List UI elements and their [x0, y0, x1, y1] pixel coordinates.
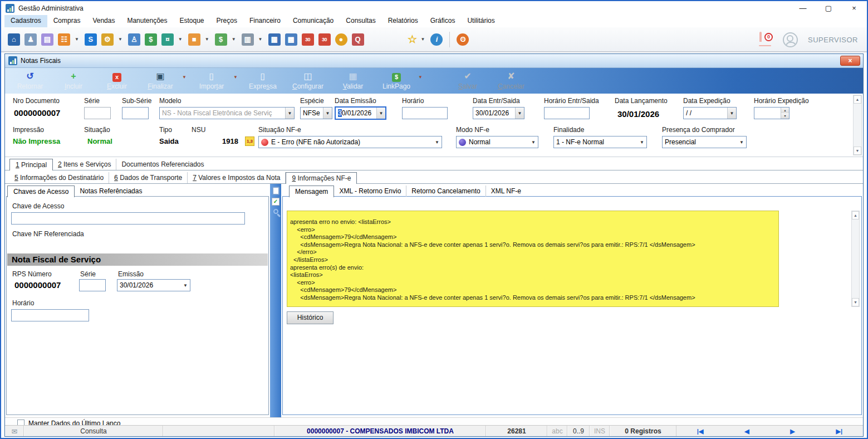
tab-informacoes-nfe[interactable]: 9 Informações NF-e [286, 172, 357, 184]
folder-icon[interactable]: ■ [188, 33, 200, 46]
chevron-down-icon[interactable]: ▼ [205, 37, 209, 42]
chave-acesso-input[interactable] [11, 212, 245, 225]
notifications-bell-icon[interactable]: 0 [759, 33, 773, 47]
chevron-down-icon[interactable]: ▼ [75, 37, 79, 42]
menu-graficos[interactable]: Gráficos [424, 15, 462, 27]
serie-input[interactable] [84, 107, 111, 119]
horario-expedicao-stepper[interactable]: ▴▾ [754, 107, 789, 119]
info-icon[interactable]: i [430, 33, 443, 46]
finalizar-button[interactable]: ▣ Finalizar [139, 70, 182, 91]
menu-financeiro[interactable]: Financeiro [243, 15, 287, 27]
nav-next-icon[interactable]: ▶ [790, 428, 795, 436]
tab-mensagem[interactable]: Mensagem [289, 186, 334, 197]
user-avatar-icon[interactable] [783, 32, 798, 47]
nsu-numbers-icon[interactable]: 1,3 [245, 136, 254, 146]
modo-nfe-select[interactable]: Normal ▼ [456, 136, 538, 148]
nav-last-icon[interactable]: ▶| [836, 428, 843, 436]
chevron-down-icon[interactable]: ▼ [178, 37, 183, 42]
modelo-select[interactable]: NS - Nota Fiscal Eletrônica de Serviç ▼ [159, 107, 295, 119]
data-entr-saida-select[interactable]: 30/01/2026 ▼ [473, 107, 524, 119]
scroll-down-icon[interactable]: ▼ [852, 298, 859, 306]
importar-button[interactable]: ▯ Importar [190, 70, 233, 91]
horario-input[interactable] [402, 107, 448, 119]
chevron-down-icon[interactable]: ▼ [233, 75, 241, 80]
retornar-button[interactable]: ↺ Retornar [8, 70, 52, 91]
historico-button[interactable]: Histórico [287, 311, 334, 324]
nav-previous-icon[interactable]: ◀ [744, 428, 749, 436]
data-emissao-select[interactable]: 30/01/2026 ▼ [335, 106, 386, 120]
spinner-up-icon[interactable]: ▴ [781, 108, 789, 113]
validar-button[interactable]: ▦ Validar [331, 70, 375, 91]
lock-icon[interactable]: ● [335, 33, 347, 46]
people-icon[interactable]: ♟ [24, 33, 37, 46]
tab-chaves-de-acesso[interactable]: Chaves de Acesso [7, 186, 75, 197]
maximize-button[interactable]: ▢ [816, 1, 841, 15]
chevron-down-icon[interactable]: ▼ [418, 75, 426, 80]
calendar-icon[interactable]: 30 [302, 33, 314, 46]
hierarchy-icon[interactable]: ☷ [58, 33, 70, 46]
tab-principal[interactable]: 1 Principal [9, 159, 53, 170]
magnifier-icon[interactable] [273, 209, 278, 214]
rps-emissao-select[interactable]: 30/01/2026 ▼ [117, 279, 190, 291]
tab-documentos-referenciados[interactable]: Documentos Referenciados [116, 159, 209, 170]
chevron-down-icon[interactable]: ▼ [421, 37, 425, 42]
rps-horario-input[interactable] [11, 309, 89, 321]
calendar-gear-icon[interactable]: 30 [318, 33, 331, 46]
scroll-down-icon[interactable]: ▼ [854, 147, 861, 155]
excluir-button[interactable]: x Excluir [95, 70, 139, 91]
building-calculator-icon[interactable]: ▦ [268, 33, 281, 46]
scroll-up-icon[interactable]: ▲ [852, 211, 859, 220]
menu-vendas[interactable]: Vendas [86, 15, 121, 27]
incluir-button[interactable]: + Incluir [52, 70, 95, 91]
document-s-icon[interactable]: S [85, 33, 97, 46]
tab-xml-retorno-envio[interactable]: XML - Retorno Envio [334, 186, 406, 197]
data-expedicao-select[interactable]: / / ▼ [683, 107, 737, 119]
chevron-down-icon[interactable]: ▼ [258, 37, 263, 42]
minimize-button[interactable]: — [790, 1, 816, 15]
money-icon[interactable]: $ [215, 33, 227, 46]
star-icon[interactable]: ☆ [406, 33, 419, 46]
especie-select[interactable]: NFSe ▼ [300, 107, 332, 119]
menu-compras[interactable]: Compras [47, 15, 87, 27]
chevron-down-icon[interactable]: ▼ [182, 75, 190, 80]
building-search-icon[interactable]: Q [352, 33, 364, 46]
cash-register-icon[interactable]: ▥ [242, 33, 254, 46]
sub-serie-input[interactable] [122, 107, 149, 119]
chevron-down-icon[interactable]: ▼ [232, 37, 236, 42]
person-coin-icon[interactable]: ♙ [128, 33, 140, 46]
scroll-up-icon[interactable]: ▲ [854, 95, 861, 104]
copy-document-icon[interactable] [272, 187, 279, 195]
horario-entr-saida-input[interactable] [544, 107, 590, 119]
menu-relatorios[interactable]: Relatórios [382, 15, 424, 27]
chevron-down-icon[interactable]: ▼ [118, 37, 122, 42]
menu-consultas[interactable]: Consultas [340, 15, 381, 27]
menu-cadastros[interactable]: Cadastros [4, 15, 47, 27]
company-icon[interactable]: ⌂ [8, 33, 20, 46]
configurar-button[interactable]: ◫ Configurar [285, 70, 331, 91]
rps-serie-input[interactable] [79, 279, 106, 291]
menu-comunicacao[interactable]: Comunicação [287, 15, 340, 27]
expressa-button[interactable]: ▯ Expressa [241, 70, 285, 91]
tab-informacoes-destinatario[interactable]: 5 Informações do Destinatário [9, 172, 109, 183]
tab-dados-transporte[interactable]: 6 Dados de Transporte [109, 172, 188, 183]
card-icon[interactable]: ▤ [41, 33, 53, 46]
menu-manutencoes[interactable]: Manutenções [121, 15, 173, 27]
situacao-nfe-select[interactable]: E - Erro (NFE não Autorizada) ▼ [258, 136, 442, 148]
tab-valores-impostos[interactable]: 7 Valores e Impostos da Nota [188, 172, 286, 183]
tab-retorno-cancelamento[interactable]: Retorno Cancelamento [406, 186, 486, 197]
menu-estoque[interactable]: Estoque [173, 15, 210, 27]
notas-close-button[interactable]: × [840, 56, 860, 66]
finalidade-select[interactable]: 1 - NF-e Normal ▼ [553, 136, 647, 148]
cart-icon[interactable]: ¤ [161, 33, 174, 46]
form-scrollbar[interactable]: ▲ ▼ [853, 95, 862, 155]
linkpago-button[interactable]: $ LinkPago [375, 70, 418, 91]
menu-utilitarios[interactable]: Utilitários [461, 15, 501, 27]
salvar-button[interactable]: ✔ Salvar [446, 70, 489, 91]
nav-first-icon[interactable]: |◀ [697, 428, 704, 436]
power-icon[interactable]: ʘ [457, 33, 469, 46]
close-button[interactable]: × [841, 1, 867, 15]
price-tag-icon[interactable]: $ [145, 33, 157, 46]
tab-itens-servicos[interactable]: 2 Itens e Serviços [53, 159, 116, 170]
tab-notas-referenciadas[interactable]: Notas Referênciadas [75, 186, 147, 197]
tab-xml-nfe[interactable]: XML NF-e [486, 186, 526, 197]
